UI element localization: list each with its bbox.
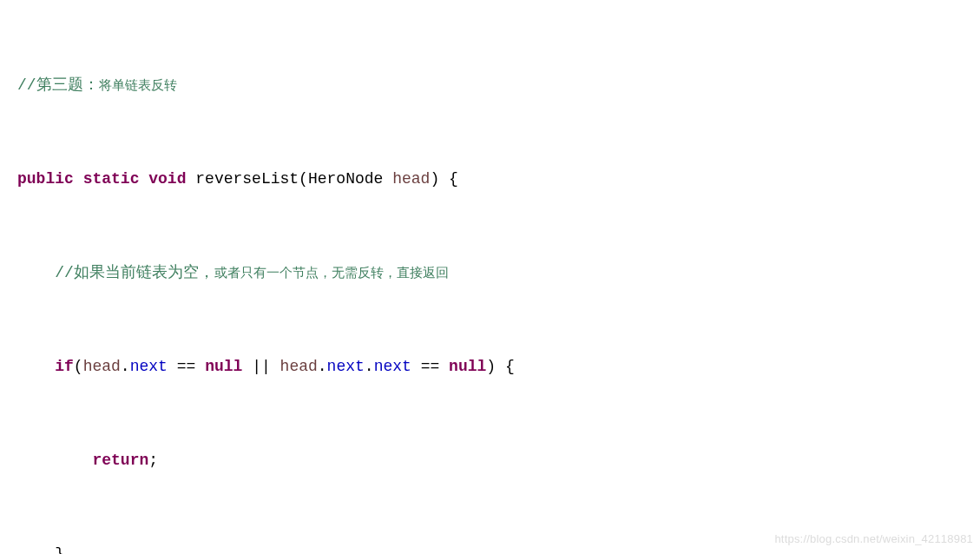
code-line: //如果当前链表为空，或者只有一个节点，无需反转，直接返回 bbox=[0, 261, 980, 285]
code-editor[interactable]: //第三题：将单链表反转 public static void reverseL… bbox=[0, 0, 980, 554]
comment: 或者只有一个节点，无需反转，直接返回 bbox=[214, 267, 449, 281]
code-line: public static void reverseList(HeroNode … bbox=[0, 168, 980, 191]
method-name: reverseList bbox=[195, 170, 299, 188]
comment: //第三题： bbox=[17, 76, 99, 94]
code-line: if(head.next == null || head.next.next =… bbox=[0, 355, 980, 379]
keyword-if: if bbox=[55, 358, 74, 375]
field: next bbox=[374, 358, 411, 375]
code-line: //第三题：将单链表反转 bbox=[0, 74, 980, 97]
keyword-public: public bbox=[17, 170, 74, 188]
field: next bbox=[130, 358, 168, 375]
comment: //如果当前链表为空， bbox=[55, 264, 214, 281]
keyword-return: return bbox=[92, 452, 148, 469]
ident: head bbox=[280, 358, 318, 375]
type: HeroNode bbox=[308, 170, 383, 188]
op: == bbox=[421, 358, 440, 375]
op: || bbox=[252, 358, 271, 375]
field: next bbox=[327, 358, 365, 375]
op: == bbox=[177, 358, 196, 375]
punct: ( bbox=[74, 358, 83, 375]
punct: ; bbox=[148, 452, 158, 469]
comment: 将单链表反转 bbox=[99, 79, 177, 94]
keyword-static: static bbox=[83, 170, 140, 188]
keyword-void: void bbox=[148, 170, 186, 188]
watermark: https://blog.csdn.net/weixin_42118981 bbox=[774, 527, 973, 551]
keyword-null: null bbox=[449, 358, 486, 375]
punct: ( bbox=[299, 170, 308, 188]
keyword-null: null bbox=[205, 358, 242, 375]
punct: ) { bbox=[430, 170, 457, 188]
punct: . bbox=[365, 358, 374, 375]
punct: ) { bbox=[486, 358, 514, 375]
punct: . bbox=[318, 358, 327, 375]
punct: . bbox=[121, 358, 130, 375]
punct: } bbox=[55, 545, 64, 554]
code-line: return; bbox=[0, 449, 980, 472]
param: head bbox=[392, 170, 430, 188]
ident: head bbox=[83, 358, 121, 375]
